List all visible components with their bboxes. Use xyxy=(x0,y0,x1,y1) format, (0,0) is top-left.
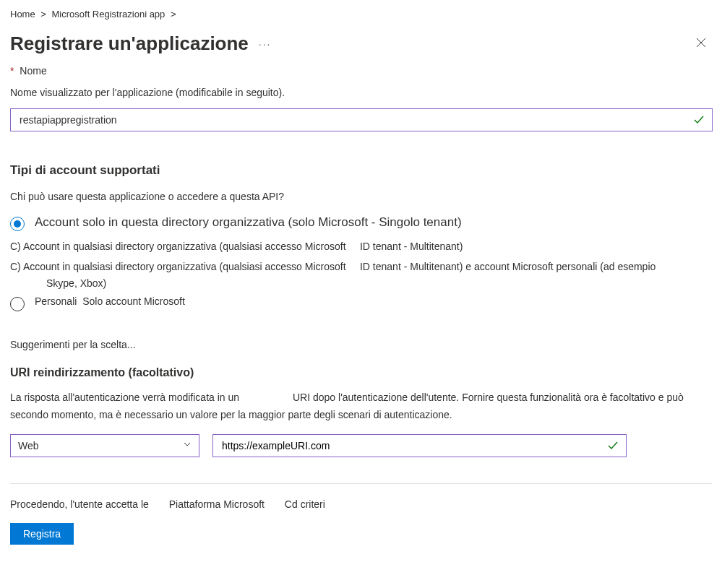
redirect-heading: URI reindirizzamento (facoltativo) xyxy=(10,366,712,379)
account-types-question: Chi può usare questa applicazione o acce… xyxy=(10,191,712,202)
name-helper: Nome visualizzato per l'applicazione (mo… xyxy=(10,87,712,98)
platform-select-value: Web xyxy=(18,440,39,451)
name-label-row: * Nome xyxy=(10,65,712,77)
redirect-row: Web xyxy=(10,434,712,457)
breadcrumb: Home > Microsoft Registrazioni app > xyxy=(10,9,712,20)
radio-multitenant-line: C) Account in qualsiasi directory organi… xyxy=(10,238,712,254)
name-input[interactable] xyxy=(18,113,693,126)
radio-personal[interactable]: Personali Solo account Microsoft xyxy=(10,295,712,311)
close-icon[interactable] xyxy=(690,33,712,54)
radio-single-tenant-label: Account solo in questa directory organiz… xyxy=(35,215,462,230)
redirect-uri-input-wrap[interactable] xyxy=(212,434,627,457)
register-button[interactable]: Registra xyxy=(10,523,74,545)
required-asterisk: * xyxy=(10,65,14,77)
accept-text-3: Cd criteri xyxy=(285,498,325,510)
breadcrumb-app[interactable]: Microsoft Registrazioni app xyxy=(52,9,166,20)
divider xyxy=(10,483,712,484)
name-label: Nome xyxy=(20,65,46,77)
radio-icon[interactable] xyxy=(10,297,25,311)
chevron-down-icon xyxy=(183,440,192,451)
radio-single-tenant[interactable]: Account solo in questa directory organiz… xyxy=(10,215,712,231)
breadcrumb-sep: > xyxy=(40,9,46,20)
accept-text-2: Piattaforma Microsoft xyxy=(169,498,265,510)
checkmark-icon xyxy=(693,114,705,126)
account-types-heading: Tipi di account supportati xyxy=(10,163,712,178)
accept-text-1: Procedendo, l'utente accetta le xyxy=(10,498,149,510)
more-actions-icon[interactable]: ··· xyxy=(259,38,272,50)
page-title: Registrare un'applicazione xyxy=(10,33,249,55)
title-row: Registrare un'applicazione ··· xyxy=(10,33,712,55)
account-types-hint-link[interactable]: Suggerimenti per la scelta... xyxy=(10,339,136,350)
breadcrumb-sep2: > xyxy=(171,9,176,20)
radio-personal-label-b: Solo account Microsoft xyxy=(82,295,185,307)
platform-select[interactable]: Web xyxy=(10,434,199,457)
checkmark-icon xyxy=(607,440,619,451)
redirect-description: La risposta all'autenticazione verrà mod… xyxy=(10,389,712,424)
breadcrumb-home[interactable]: Home xyxy=(10,9,35,20)
radio-icon[interactable] xyxy=(10,217,25,231)
redirect-uri-input[interactable] xyxy=(220,439,607,452)
radio-personal-label-a: Personali xyxy=(35,295,77,307)
accept-line: Procedendo, l'utente accetta le Piattafo… xyxy=(10,498,712,510)
radio-multitenant-personal-line: C) Account in qualsiasi directory organi… xyxy=(10,259,712,291)
name-input-wrap[interactable] xyxy=(10,108,713,131)
